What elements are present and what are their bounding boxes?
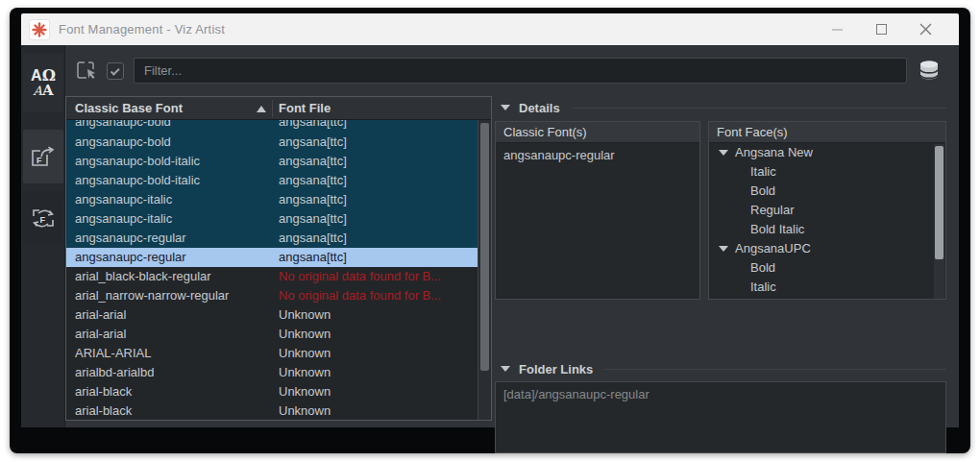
font-face-item[interactable]: Regular <box>709 201 945 220</box>
font-face-item[interactable]: Bold Italic <box>709 220 945 239</box>
svg-text:F: F <box>37 156 42 165</box>
table-row[interactable]: arial-blackUnknown <box>66 382 478 401</box>
table-row[interactable]: angsanaupc-regularangsana[ttc] <box>66 248 478 267</box>
folder-links-section-header[interactable]: Folder Links <box>495 360 946 377</box>
font-faces-scrollbar-thumb[interactable] <box>935 146 943 259</box>
cell-font-file: angsana[ttc] <box>279 229 347 248</box>
screenshot-canvas: Font Management - Viz Artist <box>0 0 980 462</box>
checkmark-icon <box>110 65 119 75</box>
font-family-label: Angsana New <box>735 143 813 162</box>
font-face-label: Italic <box>750 278 776 297</box>
cell-classic-base-font: arial-arial <box>75 305 126 325</box>
classic-font-item[interactable]: angsanaupc-regular <box>496 143 699 164</box>
table-scrollbar-thumb[interactable] <box>480 123 489 371</box>
app-window: Font Management - Viz Artist <box>10 8 970 453</box>
table-row[interactable]: ARIAL-ARIALUnknown <box>66 344 478 363</box>
database-icon <box>917 60 942 83</box>
font-family-node[interactable]: Angsana New <box>709 143 945 162</box>
font-face-item[interactable]: Italic <box>709 278 945 297</box>
minimize-button[interactable] <box>815 13 859 45</box>
classic-fonts-header: Classic Font(s) <box>496 122 699 143</box>
window-controls <box>815 13 959 45</box>
cell-classic-base-font: angsanaupc-italic <box>75 209 172 229</box>
cell-classic-base-font: angsanaupc-italic <box>75 190 172 209</box>
folder-links-list: [data]/angsanaupc-regular <box>495 381 946 453</box>
font-faces-scrollbar[interactable] <box>934 144 944 299</box>
collapse-triangle-icon <box>719 150 728 156</box>
cell-classic-base-font: angsanaupc-regular <box>75 248 186 267</box>
font-face-label: Bold <box>750 182 775 201</box>
cell-font-file: Unknown <box>279 382 331 401</box>
cell-font-file: Unknown <box>279 325 331 344</box>
table-row[interactable]: angsanaupc-italicangsana[ttc] <box>66 209 478 229</box>
font-face-item[interactable]: Italic <box>709 162 945 182</box>
cell-classic-base-font: angsanaupc-bold-italic <box>75 171 200 190</box>
cell-classic-base-font: angsanaupc-regular <box>75 229 186 248</box>
font-face-label: Regular <box>750 201 795 220</box>
cell-font-file: angsana[ttc] <box>279 248 347 267</box>
details-section-header[interactable]: Details <box>495 99 946 116</box>
table-row[interactable]: arialbd-arialbdUnknown <box>66 363 478 382</box>
sidebar-item-sync-font[interactable]: F <box>23 191 63 245</box>
table-scrollbar[interactable] <box>478 120 491 420</box>
cell-font-file: angsana[ttc] <box>279 190 347 209</box>
cell-classic-base-font: arial-black <box>75 401 132 420</box>
section-rule <box>604 369 946 370</box>
table-row[interactable]: angsanaupc-regularangsana[ttc] <box>66 229 478 248</box>
close-button[interactable] <box>903 13 947 45</box>
collapse-triangle-icon <box>501 105 510 110</box>
collapse-triangle-icon <box>719 246 728 252</box>
font-face-label: Bold <box>750 258 775 278</box>
sidebar-item-import-font[interactable]: F <box>23 130 63 183</box>
titlebar: Font Management - Viz Artist <box>21 13 959 45</box>
table-row[interactable]: angsanaupc-bold-italicangsana[ttc] <box>66 152 478 171</box>
font-faces-panel: Font Face(s) Angsana NewItalicBoldRegula… <box>708 121 946 300</box>
cell-font-file: angsana[ttc] <box>279 152 347 171</box>
font-face-label: Italic <box>750 162 776 182</box>
table-row[interactable]: angsanaupc-bold-italicangsana[ttc] <box>66 171 478 190</box>
section-rule <box>572 108 946 109</box>
cell-classic-base-font: angsanaupc-bold <box>75 133 171 152</box>
table-header: Classic Base Font Font File <box>66 97 491 120</box>
filter-enabled-checkbox[interactable] <box>107 62 124 80</box>
table-row[interactable]: arial-blackUnknown <box>66 401 478 420</box>
font-faces-header: Font Face(s) <box>709 122 945 143</box>
pick-font-button[interactable] <box>75 60 98 83</box>
table-row[interactable]: angsanaupc-boldangsana[ttc] <box>66 120 478 133</box>
column-header-classic-base-font[interactable]: Classic Base Font <box>75 101 183 115</box>
details-panel: Details Classic Font(s) angsanaupc-regul… <box>495 96 946 427</box>
table-row[interactable]: arial_black-black-regularNo original dat… <box>66 267 478 286</box>
viz-artist-logo-icon <box>29 19 50 40</box>
cell-font-file: angsana[ttc] <box>279 133 347 152</box>
table-row[interactable]: angsanaupc-italicangsana[ttc] <box>66 190 478 209</box>
cell-font-file: No original data found for B... <box>279 267 441 286</box>
sidebar-item-fonts[interactable]: AΩ AA <box>23 53 63 112</box>
cell-font-file: angsana[ttc] <box>279 120 347 132</box>
collapse-triangle-icon <box>501 366 510 372</box>
folder-link-item[interactable]: [data]/angsanaupc-regular <box>496 382 945 401</box>
classic-fonts-panel: Classic Font(s) angsanaupc-regular <box>495 121 700 300</box>
cell-font-file: No original data found for B... <box>279 286 441 305</box>
font-face-item[interactable]: Bold <box>709 258 945 278</box>
maximize-button[interactable] <box>859 13 903 45</box>
table-row[interactable]: arial_narrow-narrow-regularNo original d… <box>66 286 478 305</box>
table-row[interactable]: arial-arialUnknown <box>66 325 478 344</box>
table-body: angsanaupc-boldangsana[ttc]angsanaupc-bo… <box>66 120 478 420</box>
classic-fonts-list: angsanaupc-regular <box>496 143 699 299</box>
cell-font-file: Unknown <box>279 305 331 325</box>
column-divider[interactable] <box>272 100 273 117</box>
close-icon <box>919 23 932 36</box>
sidebar: AΩ AA F <box>21 45 65 427</box>
filter-input[interactable] <box>134 58 907 84</box>
minimize-icon <box>832 29 843 31</box>
font-family-node[interactable]: AngsanaUPC <box>709 239 945 258</box>
cell-classic-base-font: arial_black-black-regular <box>75 267 211 286</box>
table-row[interactable]: angsanaupc-boldangsana[ttc] <box>66 133 478 152</box>
column-header-font-file[interactable]: Font File <box>279 101 331 115</box>
table-row[interactable]: arial-arialUnknown <box>66 305 478 325</box>
cell-font-file: angsana[ttc] <box>279 171 347 190</box>
cell-classic-base-font: angsanaupc-bold-italic <box>75 152 200 171</box>
fonts-aa-icon: AΩ AA <box>31 68 56 98</box>
database-button[interactable] <box>917 60 942 83</box>
font-face-item[interactable]: Bold <box>709 182 945 201</box>
